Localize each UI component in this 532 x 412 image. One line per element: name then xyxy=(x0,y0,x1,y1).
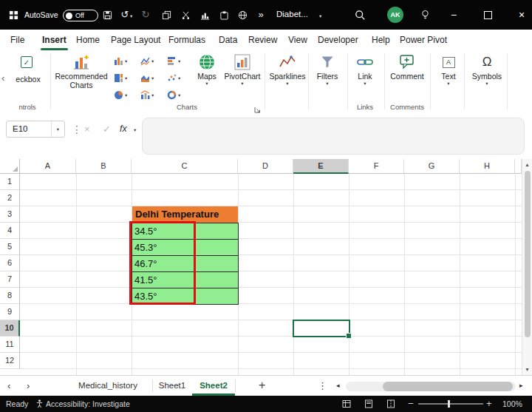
zoom-out-button[interactable]: − xyxy=(408,398,414,409)
sheet-tab-medical-history[interactable]: Medical_history xyxy=(64,376,152,396)
close-button[interactable]: × xyxy=(513,8,531,21)
row-header-10[interactable]: 10 xyxy=(0,320,20,337)
copy-icon[interactable] xyxy=(160,9,173,21)
zoom-in-button[interactable]: + xyxy=(486,398,492,409)
insert-scatter-chart-button[interactable]: ▾ xyxy=(167,73,180,83)
fill-handle[interactable] xyxy=(346,333,352,339)
zoom-slider[interactable] xyxy=(418,403,483,405)
sheet-menu-dots-icon[interactable]: ⋮ xyxy=(318,380,327,391)
horizontal-scroll-thumb[interactable] xyxy=(383,382,513,391)
new-comment-button[interactable]: Comment xyxy=(386,53,429,81)
horizontal-scrollbar[interactable] xyxy=(346,382,516,391)
minimize-button[interactable]: − xyxy=(445,8,463,21)
selected-cell-e10[interactable] xyxy=(293,320,350,337)
undo-caret-icon[interactable]: ▾ xyxy=(130,13,132,19)
sheet-nav-right-icon[interactable]: › xyxy=(27,380,30,391)
sheet-nav-left-icon[interactable]: ‹ xyxy=(7,380,10,391)
symbols-button[interactable]: Ω Symbols ▾ xyxy=(467,53,507,87)
tab-review[interactable]: Review xyxy=(248,35,277,45)
tab-home[interactable]: Home xyxy=(76,35,100,45)
maximize-button[interactable] xyxy=(479,8,497,21)
formula-input[interactable] xyxy=(142,118,525,155)
scroll-down-icon[interactable]: ▾ xyxy=(522,366,532,373)
link-button[interactable]: Link ▾ xyxy=(349,53,381,87)
enter-icon[interactable]: ✓ xyxy=(103,124,111,135)
insert-hierarchy-chart-button[interactable]: ▾ xyxy=(114,73,127,83)
vertical-scroll-thumb[interactable] xyxy=(525,171,531,337)
checkbox-icon[interactable]: ✓ xyxy=(21,56,33,68)
name-box-caret-icon[interactable]: ▾ xyxy=(51,121,64,137)
insert-doughnut-chart-button[interactable]: ▾ xyxy=(167,90,180,100)
tab-view[interactable]: View xyxy=(288,35,307,45)
row-header-4[interactable]: 4 xyxy=(0,223,20,239)
hscroll-right-icon[interactable]: ▸ xyxy=(519,382,523,389)
normal-view-icon[interactable] xyxy=(341,399,352,408)
row-header-2[interactable]: 2 xyxy=(0,190,20,206)
insert-function-icon[interactable]: fx xyxy=(120,124,127,134)
cell-c8[interactable]: 43.5° xyxy=(132,288,239,305)
accessibility-status[interactable]: Accessibility: Investigate xyxy=(46,399,130,408)
column-header-g[interactable]: G xyxy=(404,159,460,174)
cell-c3-title[interactable]: Delhi Temperature xyxy=(132,206,238,223)
column-header-e[interactable]: E xyxy=(293,159,349,174)
insert-bar-chart-button[interactable]: ▾ xyxy=(167,56,180,66)
hscroll-left-icon[interactable]: ◂ xyxy=(336,382,340,389)
cut-scissors-icon[interactable] xyxy=(179,9,192,21)
insert-area-chart-button[interactable]: ▾ xyxy=(140,73,154,83)
tab-formulas[interactable]: Formulas xyxy=(168,35,205,45)
tab-developer[interactable]: Developer xyxy=(318,35,358,45)
filters-button[interactable]: Filters ▾ xyxy=(310,53,344,87)
row-header-12[interactable]: 12 xyxy=(0,353,20,369)
tab-data[interactable]: Data xyxy=(219,35,237,45)
column-header-h[interactable]: H xyxy=(460,159,515,174)
cell-c4[interactable]: 34.5° xyxy=(132,223,239,240)
select-all-corner[interactable] xyxy=(0,159,20,174)
vertical-scrollbar[interactable]: ▴ ▾ xyxy=(522,159,532,375)
page-break-view-icon[interactable] xyxy=(386,399,396,408)
formula-bar-dots-icon[interactable]: ⋮ xyxy=(72,124,82,135)
name-box[interactable]: E10 ▾ xyxy=(6,121,65,138)
page-layout-view-icon[interactable] xyxy=(364,399,374,408)
maps-button[interactable]: Maps ▾ xyxy=(191,53,223,87)
row-header-3[interactable]: 3 xyxy=(0,206,20,223)
recommended-charts-button[interactable]: Recommended Charts xyxy=(53,53,109,90)
cell-c6[interactable]: 46.7° xyxy=(132,255,239,272)
column-header-c[interactable]: C xyxy=(132,159,238,174)
zoom-level[interactable]: 100% xyxy=(502,399,522,408)
tab-insert[interactable]: Insert xyxy=(42,35,66,45)
scroll-up-icon[interactable]: ▴ xyxy=(522,161,532,168)
sparklines-button[interactable]: Sparklines ▾ xyxy=(267,53,307,87)
tab-help[interactable]: Help xyxy=(372,35,390,45)
globe-icon[interactable] xyxy=(236,9,249,21)
chart-icon[interactable] xyxy=(198,9,211,21)
row-header-6[interactable]: 6 xyxy=(0,255,20,271)
more-commands-icon[interactable]: » xyxy=(254,9,267,21)
row-header-8[interactable]: 8 xyxy=(0,288,20,304)
avatar[interactable]: AK xyxy=(387,7,403,23)
workbook-caret-icon[interactable]: ▾ xyxy=(319,13,321,19)
cell-c7[interactable]: 41.5° xyxy=(132,271,239,288)
text-button[interactable]: A Text ▾ xyxy=(433,53,464,87)
sheet-tab-sheet2[interactable]: Sheet2 xyxy=(192,376,235,396)
search-icon[interactable] xyxy=(353,9,366,21)
checkbox-button-label[interactable]: eckbox xyxy=(6,75,50,84)
pivotchart-button[interactable]: PivotChart ▾ xyxy=(222,53,263,87)
paste-icon[interactable] xyxy=(217,9,231,21)
tab-file[interactable]: File xyxy=(10,35,24,45)
cancel-icon[interactable]: × xyxy=(84,124,90,135)
insert-pie-chart-button[interactable]: ▾ xyxy=(114,90,127,100)
row-header-9[interactable]: 9 xyxy=(0,304,20,320)
tab-page-layout[interactable]: Page Layout xyxy=(111,35,160,45)
autosave-toggle[interactable]: Off xyxy=(63,10,98,21)
column-header-f[interactable]: F xyxy=(349,159,404,174)
ribbon-scroll-left-icon[interactable]: ‹ xyxy=(1,72,4,84)
row-header-7[interactable]: 7 xyxy=(0,271,20,288)
column-header-b[interactable]: B xyxy=(76,159,132,174)
redo-icon[interactable]: ↻ xyxy=(139,9,152,21)
insert-line-chart-button[interactable]: ▾ xyxy=(140,56,154,66)
new-sheet-button[interactable]: + xyxy=(259,379,265,392)
insert-column-chart-button[interactable]: ▾ xyxy=(114,56,127,66)
row-header-11[interactable]: 11 xyxy=(0,337,20,353)
lightbulb-icon[interactable] xyxy=(418,9,432,21)
column-header-d[interactable]: D xyxy=(238,159,293,174)
